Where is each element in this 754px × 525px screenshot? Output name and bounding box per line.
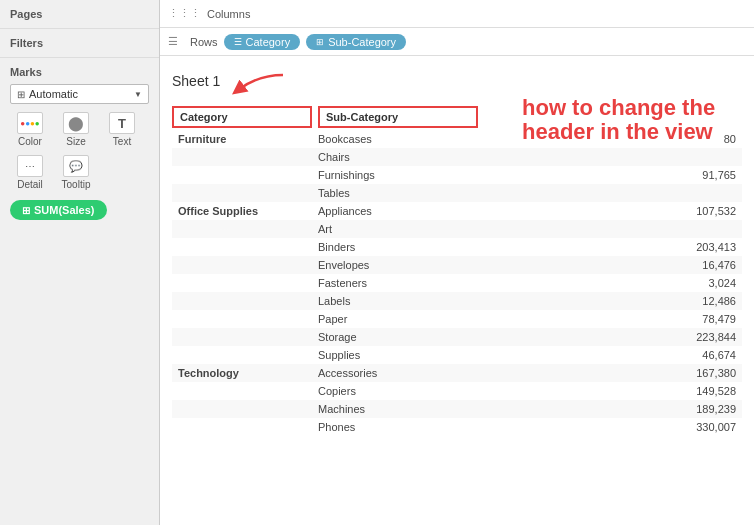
filters-label: Filters [10, 37, 149, 49]
subcategory-cell: Machines [312, 400, 472, 418]
category-pill-label: Category [246, 36, 291, 48]
value-cell: 78,479 [472, 310, 742, 328]
sum-icon: ⊞ [22, 205, 30, 216]
category-cell [172, 382, 312, 400]
tooltip-button[interactable]: 💬 Tooltip [56, 155, 96, 190]
sheet-title-text: Sheet 1 [172, 73, 220, 89]
rows-toolbar: ☰ Rows ☰ Category ⊞ Sub-Category [160, 28, 754, 56]
size-icon: ⬤ [63, 112, 89, 134]
color-label: Color [18, 136, 42, 147]
table-headers: Category Sub-Category how to change the … [172, 106, 742, 128]
category-cell [172, 166, 312, 184]
subcategory-cell: Labels [312, 292, 472, 310]
value-cell [472, 220, 742, 238]
value-cell: 3,024 [472, 274, 742, 292]
subcategory-pill[interactable]: ⊞ Sub-Category [306, 34, 406, 50]
subcategory-cell: Tables [312, 184, 472, 202]
columns-icon: ⋮⋮⋮ [168, 7, 201, 20]
value-cell: 330,007 [472, 418, 742, 436]
marks-icons-row: ●●●● Color ⬤ Size T Text [10, 112, 149, 147]
table-row: Supplies 46,674 [172, 346, 742, 364]
category-cell [172, 346, 312, 364]
subcategory-cell: Accessories [312, 364, 472, 382]
category-pill[interactable]: ☰ Category [224, 34, 301, 50]
category-cell [172, 220, 312, 238]
value-cell: 12,486 [472, 292, 742, 310]
detail-button[interactable]: ⋯ Detail [10, 155, 50, 190]
table-row: Storage 223,844 [172, 328, 742, 346]
table-row: Furnishings 91,765 [172, 166, 742, 184]
subcategory-cell: Appliances [312, 202, 472, 220]
table-row: Chairs [172, 148, 742, 166]
data-table: Furniture Bookcases 80 Chairs Furnishing… [172, 130, 742, 436]
category-cell [172, 310, 312, 328]
sum-sales-pill[interactable]: ⊞ SUM(Sales) [10, 200, 107, 220]
value-cell [472, 184, 742, 202]
table-row: Technology Accessories 167,380 [172, 364, 742, 382]
color-button[interactable]: ●●●● Color [10, 112, 50, 147]
category-cell: Technology [172, 364, 312, 382]
value-cell: 107,532 [472, 202, 742, 220]
value-cell: 149,528 [472, 382, 742, 400]
table-row: Fasteners 3,024 [172, 274, 742, 292]
value-cell: 80 [472, 130, 742, 148]
pages-section: Pages [0, 0, 159, 29]
color-icon: ●●●● [17, 112, 43, 134]
table-row: Copiers 149,528 [172, 382, 742, 400]
detail-icon: ⋯ [17, 155, 43, 177]
category-cell [172, 328, 312, 346]
value-cell: 46,674 [472, 346, 742, 364]
sheet-title: Sheet 1 [172, 66, 742, 96]
sheet-area: Sheet 1 Category Sub-Category how to cha… [160, 56, 754, 525]
value-cell: 203,413 [472, 238, 742, 256]
value-cell [472, 148, 742, 166]
red-arrow [228, 70, 288, 100]
category-cell [172, 400, 312, 418]
text-label: Text [113, 136, 131, 147]
chevron-down-icon: ▼ [134, 90, 142, 99]
value-cell: 16,476 [472, 256, 742, 274]
marks-dropdown-label: Automatic [29, 88, 134, 100]
value-cell: 167,380 [472, 364, 742, 382]
category-cell [172, 292, 312, 310]
text-icon: T [109, 112, 135, 134]
pages-label: Pages [10, 8, 149, 20]
table-row: Binders 203,413 [172, 238, 742, 256]
category-cell: Furniture [172, 130, 312, 148]
subcategory-cell: Binders [312, 238, 472, 256]
category-cell [172, 238, 312, 256]
subcategory-cell: Furnishings [312, 166, 472, 184]
rows-label: Rows [190, 36, 218, 48]
tooltip-icon: 💬 [63, 155, 89, 177]
subcategory-cell: Envelopes [312, 256, 472, 274]
subcategory-pill-icon: ⊞ [316, 37, 324, 47]
category-cell: Office Supplies [172, 202, 312, 220]
table-row: Tables [172, 184, 742, 202]
table-row: Furniture Bookcases 80 [172, 130, 742, 148]
table-row: Art [172, 220, 742, 238]
table-row: Machines 189,239 [172, 400, 742, 418]
subcategory-cell: Copiers [312, 382, 472, 400]
subcategory-cell: Storage [312, 328, 472, 346]
subcategory-cell: Supplies [312, 346, 472, 364]
subcategory-cell: Chairs [312, 148, 472, 166]
marks-label: Marks [10, 66, 149, 78]
category-cell [172, 148, 312, 166]
category-cell [172, 256, 312, 274]
marks-section: Marks ⊞ Automatic ▼ ●●●● Color ⬤ Size T [0, 58, 159, 228]
rows-icon: ☰ [168, 35, 178, 48]
sidebar: Pages Filters Marks ⊞ Automatic ▼ ●●●● C… [0, 0, 160, 525]
text-button[interactable]: T Text [102, 112, 142, 147]
subcategory-cell: Paper [312, 310, 472, 328]
value-cell: 91,765 [472, 166, 742, 184]
marks-dropdown[interactable]: ⊞ Automatic ▼ [10, 84, 149, 104]
table-row: Paper 78,479 [172, 310, 742, 328]
detail-label: Detail [17, 179, 43, 190]
marks-dropdown-icon: ⊞ [17, 89, 25, 100]
marks-icons-row2: ⋯ Detail 💬 Tooltip [10, 155, 149, 190]
table-row: Labels 12,486 [172, 292, 742, 310]
value-cell: 223,844 [472, 328, 742, 346]
size-button[interactable]: ⬤ Size [56, 112, 96, 147]
subcategory-cell: Phones [312, 418, 472, 436]
subcategory-cell: Art [312, 220, 472, 238]
